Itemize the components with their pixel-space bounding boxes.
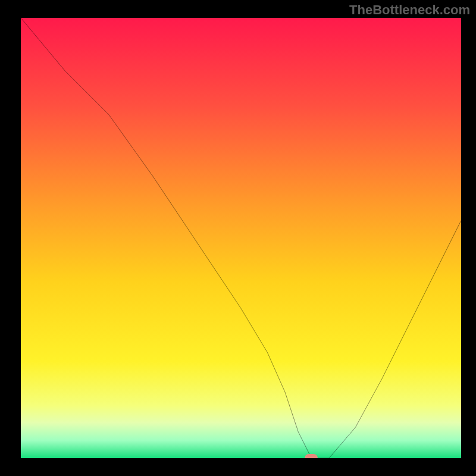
attribution-text: TheBottleneck.com bbox=[349, 2, 470, 18]
bottleneck-chart bbox=[21, 18, 461, 458]
bottleneck-curve bbox=[21, 18, 461, 458]
bottleneck-marker bbox=[305, 454, 318, 458]
